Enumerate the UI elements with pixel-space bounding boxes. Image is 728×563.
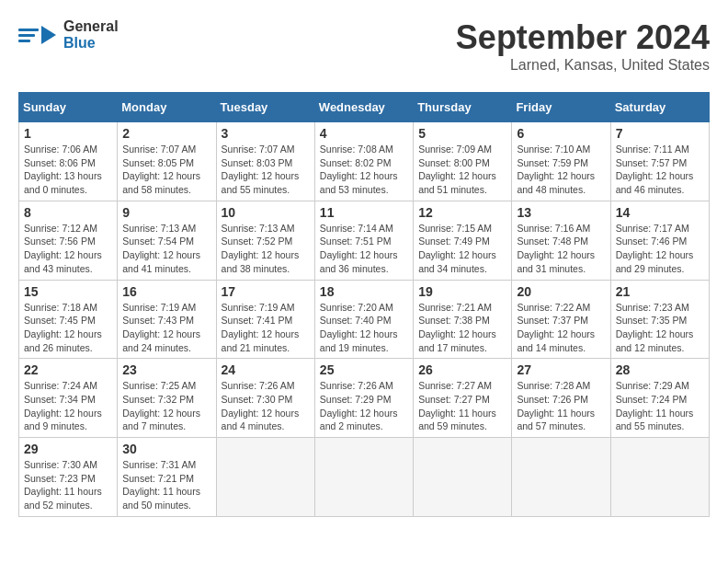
calendar-table: SundayMondayTuesdayWednesdayThursdayFrid… bbox=[18, 92, 710, 517]
day-cell-5: 5 Sunrise: 7:09 AMSunset: 8:00 PMDayligh… bbox=[414, 122, 512, 201]
page-header: General Blue September 2024 Larned, Kans… bbox=[18, 18, 710, 83]
col-header-saturday: Saturday bbox=[610, 93, 709, 122]
day-cell-22: 22 Sunrise: 7:24 AMSunset: 7:34 PMDaylig… bbox=[19, 359, 118, 438]
calendar-week-row: 15 Sunrise: 7:18 AMSunset: 7:45 PMDaylig… bbox=[19, 280, 710, 359]
day-info: Sunrise: 7:07 AMSunset: 8:05 PMDaylight:… bbox=[122, 144, 200, 195]
day-info: Sunrise: 7:08 AMSunset: 8:02 PMDaylight:… bbox=[320, 144, 398, 195]
day-cell-17: 17 Sunrise: 7:19 AMSunset: 7:41 PMDaylig… bbox=[216, 280, 314, 359]
day-info: Sunrise: 7:25 AMSunset: 7:32 PMDaylight:… bbox=[122, 380, 200, 431]
day-info: Sunrise: 7:19 AMSunset: 7:43 PMDaylight:… bbox=[122, 302, 200, 353]
col-header-sunday: Sunday bbox=[19, 93, 118, 122]
day-number: 11 bbox=[320, 205, 408, 220]
day-info: Sunrise: 7:30 AMSunset: 7:23 PMDaylight:… bbox=[24, 459, 102, 511]
day-cell-1: 1 Sunrise: 7:06 AMSunset: 8:06 PMDayligh… bbox=[19, 122, 118, 201]
day-cell-28: 28 Sunrise: 7:29 AMSunset: 7:24 PMDaylig… bbox=[610, 359, 709, 438]
day-info: Sunrise: 7:26 AMSunset: 7:30 PMDaylight:… bbox=[222, 380, 300, 431]
day-number: 26 bbox=[418, 362, 506, 377]
day-info: Sunrise: 7:26 AMSunset: 7:29 PMDaylight:… bbox=[320, 380, 398, 431]
day-cell-29: 29 Sunrise: 7:30 AMSunset: 7:23 PMDaylig… bbox=[19, 438, 118, 517]
day-info: Sunrise: 7:29 AMSunset: 7:24 PMDaylight:… bbox=[616, 380, 694, 431]
day-info: Sunrise: 7:15 AMSunset: 7:49 PMDaylight:… bbox=[418, 223, 496, 274]
day-info: Sunrise: 7:22 AMSunset: 7:37 PMDaylight:… bbox=[517, 302, 595, 353]
day-cell-6: 6 Sunrise: 7:10 AMSunset: 7:59 PMDayligh… bbox=[512, 122, 610, 201]
day-number: 14 bbox=[616, 205, 704, 220]
day-number: 5 bbox=[418, 126, 506, 141]
day-number: 29 bbox=[24, 442, 112, 456]
day-number: 9 bbox=[122, 205, 210, 220]
day-number: 21 bbox=[616, 284, 704, 299]
day-info: Sunrise: 7:16 AMSunset: 7:48 PMDaylight:… bbox=[517, 223, 595, 274]
day-number: 28 bbox=[616, 362, 704, 377]
day-number: 7 bbox=[616, 126, 704, 141]
empty-cell bbox=[512, 438, 610, 517]
day-cell-11: 11 Sunrise: 7:14 AMSunset: 7:51 PMDaylig… bbox=[314, 201, 413, 280]
day-number: 4 bbox=[320, 126, 408, 141]
day-info: Sunrise: 7:06 AMSunset: 8:06 PMDaylight:… bbox=[24, 144, 102, 195]
day-number: 6 bbox=[517, 126, 605, 141]
day-info: Sunrise: 7:07 AMSunset: 8:03 PMDaylight:… bbox=[222, 144, 300, 195]
month-title: September 2024 bbox=[456, 18, 710, 57]
calendar-week-row: 8 Sunrise: 7:12 AMSunset: 7:56 PMDayligh… bbox=[19, 201, 710, 280]
day-number: 3 bbox=[222, 126, 310, 141]
logo-text: General Blue bbox=[63, 18, 119, 52]
day-cell-3: 3 Sunrise: 7:07 AMSunset: 8:03 PMDayligh… bbox=[216, 122, 314, 201]
day-number: 22 bbox=[24, 362, 112, 377]
day-cell-25: 25 Sunrise: 7:26 AMSunset: 7:29 PMDaylig… bbox=[314, 359, 413, 438]
day-number: 16 bbox=[122, 284, 210, 299]
day-number: 25 bbox=[320, 362, 408, 377]
day-cell-15: 15 Sunrise: 7:18 AMSunset: 7:45 PMDaylig… bbox=[19, 280, 118, 359]
day-number: 24 bbox=[222, 362, 310, 377]
day-info: Sunrise: 7:17 AMSunset: 7:46 PMDaylight:… bbox=[616, 223, 694, 274]
logo-graphic bbox=[18, 26, 56, 44]
col-header-wednesday: Wednesday bbox=[314, 93, 413, 122]
day-info: Sunrise: 7:20 AMSunset: 7:40 PMDaylight:… bbox=[320, 302, 398, 353]
calendar-header-row: SundayMondayTuesdayWednesdayThursdayFrid… bbox=[19, 93, 710, 122]
calendar-week-row: 22 Sunrise: 7:24 AMSunset: 7:34 PMDaylig… bbox=[19, 359, 710, 438]
day-number: 12 bbox=[418, 205, 506, 220]
day-cell-24: 24 Sunrise: 7:26 AMSunset: 7:30 PMDaylig… bbox=[216, 359, 314, 438]
empty-cell bbox=[314, 438, 413, 517]
day-info: Sunrise: 7:27 AMSunset: 7:27 PMDaylight:… bbox=[418, 380, 496, 431]
day-cell-20: 20 Sunrise: 7:22 AMSunset: 7:37 PMDaylig… bbox=[512, 280, 610, 359]
empty-cell bbox=[216, 438, 314, 517]
day-info: Sunrise: 7:31 AMSunset: 7:21 PMDaylight:… bbox=[122, 459, 200, 511]
day-info: Sunrise: 7:14 AMSunset: 7:51 PMDaylight:… bbox=[320, 223, 398, 274]
day-number: 2 bbox=[122, 126, 210, 141]
day-cell-4: 4 Sunrise: 7:08 AMSunset: 8:02 PMDayligh… bbox=[314, 122, 413, 201]
day-cell-19: 19 Sunrise: 7:21 AMSunset: 7:38 PMDaylig… bbox=[414, 280, 512, 359]
col-header-tuesday: Tuesday bbox=[216, 93, 314, 122]
day-info: Sunrise: 7:18 AMSunset: 7:45 PMDaylight:… bbox=[24, 302, 102, 353]
day-number: 10 bbox=[222, 205, 310, 220]
empty-cell bbox=[610, 438, 709, 517]
day-info: Sunrise: 7:28 AMSunset: 7:26 PMDaylight:… bbox=[517, 380, 595, 431]
day-cell-21: 21 Sunrise: 7:23 AMSunset: 7:35 PMDaylig… bbox=[610, 280, 709, 359]
col-header-thursday: Thursday bbox=[414, 93, 512, 122]
col-header-monday: Monday bbox=[118, 93, 216, 122]
day-info: Sunrise: 7:11 AMSunset: 7:57 PMDaylight:… bbox=[616, 144, 694, 195]
day-info: Sunrise: 7:10 AMSunset: 7:59 PMDaylight:… bbox=[517, 144, 595, 195]
calendar-week-row: 29 Sunrise: 7:30 AMSunset: 7:23 PMDaylig… bbox=[19, 438, 710, 517]
day-info: Sunrise: 7:21 AMSunset: 7:38 PMDaylight:… bbox=[418, 302, 496, 353]
day-number: 20 bbox=[517, 284, 605, 299]
day-info: Sunrise: 7:13 AMSunset: 7:54 PMDaylight:… bbox=[122, 223, 200, 274]
col-header-friday: Friday bbox=[512, 93, 610, 122]
logo: General Blue bbox=[18, 18, 119, 52]
day-cell-26: 26 Sunrise: 7:27 AMSunset: 7:27 PMDaylig… bbox=[414, 359, 512, 438]
day-info: Sunrise: 7:12 AMSunset: 7:56 PMDaylight:… bbox=[24, 223, 102, 274]
day-number: 13 bbox=[517, 205, 605, 220]
day-cell-7: 7 Sunrise: 7:11 AMSunset: 7:57 PMDayligh… bbox=[610, 122, 709, 201]
day-number: 8 bbox=[24, 205, 112, 220]
day-info: Sunrise: 7:24 AMSunset: 7:34 PMDaylight:… bbox=[24, 380, 102, 431]
day-cell-27: 27 Sunrise: 7:28 AMSunset: 7:26 PMDaylig… bbox=[512, 359, 610, 438]
day-info: Sunrise: 7:19 AMSunset: 7:41 PMDaylight:… bbox=[222, 302, 300, 353]
day-cell-13: 13 Sunrise: 7:16 AMSunset: 7:48 PMDaylig… bbox=[512, 201, 610, 280]
location-subtitle: Larned, Kansas, United States bbox=[456, 57, 710, 74]
day-cell-18: 18 Sunrise: 7:20 AMSunset: 7:40 PMDaylig… bbox=[314, 280, 413, 359]
day-cell-8: 8 Sunrise: 7:12 AMSunset: 7:56 PMDayligh… bbox=[19, 201, 118, 280]
day-number: 30 bbox=[122, 442, 210, 456]
day-number: 17 bbox=[222, 284, 310, 299]
day-number: 19 bbox=[418, 284, 506, 299]
day-number: 1 bbox=[24, 126, 112, 141]
day-number: 15 bbox=[24, 284, 112, 299]
empty-cell bbox=[414, 438, 512, 517]
